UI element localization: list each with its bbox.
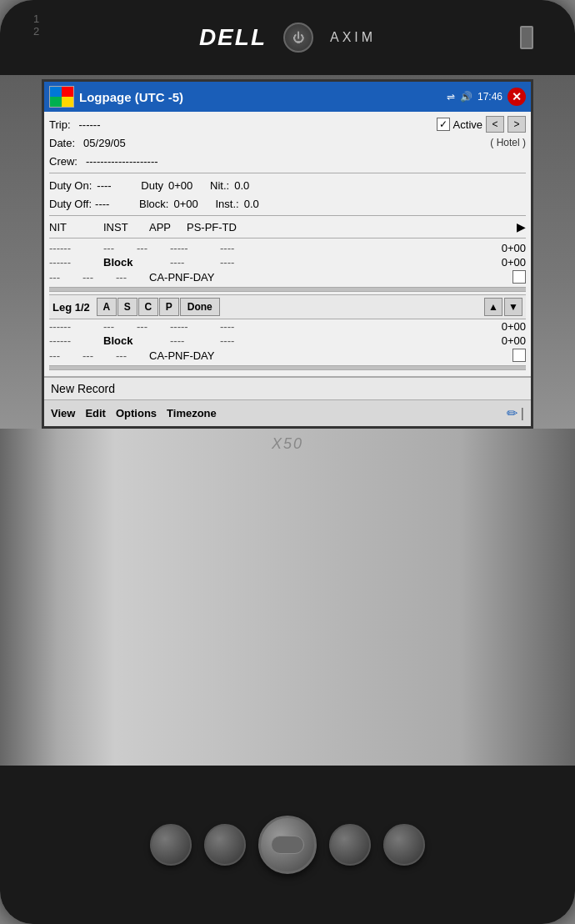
pencil-icon[interactable]: ✏: [507, 405, 518, 421]
hw-center-btn[interactable]: [258, 816, 317, 874]
s2-r2-total: 0+00: [502, 334, 526, 347]
hw-btn-2[interactable]: [204, 824, 246, 866]
center-btn-inner: [271, 836, 304, 854]
s1-r3-checkbox[interactable]: [512, 270, 526, 284]
leg-nav-arrows: ▲ ▼: [484, 298, 522, 316]
crew-row: Crew: --------------------: [49, 152, 526, 170]
s1-r2-c4: ----: [170, 256, 220, 269]
screen: Logpage (UTC -5) ⇌ 🔊 17:46 ✕ Trip: -----…: [42, 79, 533, 429]
s2-r1-c2: ---: [103, 320, 137, 333]
duty-on-label: Duty On:: [49, 179, 92, 192]
block-label: Block:: [139, 198, 168, 210]
column-headers: NIT INST APP PS-PF-TD ▶: [49, 218, 526, 235]
leg-buttons: A S C P Done: [97, 298, 220, 316]
s2-r3-checkbox[interactable]: [512, 349, 526, 362]
col-app-header: APP: [149, 221, 187, 234]
menu-options[interactable]: Options: [116, 407, 157, 419]
block-value: 0+00: [173, 198, 215, 210]
expand-icon[interactable]: ▶: [517, 220, 526, 234]
s1-r2-c2: Block: [103, 256, 170, 269]
date-value: 05/29/05: [83, 137, 126, 149]
titlebar-icons: ⇌ 🔊 17:46 ✕: [447, 88, 526, 106]
active-checkbox[interactable]: ✓: [437, 118, 450, 131]
new-record-button[interactable]: New Record: [44, 376, 531, 399]
s2-r2-c1: ------: [49, 334, 103, 347]
s1-row2: ------ Block ---- ---- 0+00: [49, 255, 526, 269]
s1-r2-c1: ------: [49, 256, 103, 269]
s2-r3-c2: ---: [82, 349, 116, 362]
active-controls: ✓ Active < >: [437, 116, 526, 133]
s1-r3-c4: CA-PNF-DAY: [149, 271, 512, 284]
model-label: AXIM: [330, 30, 376, 45]
leg-s-button[interactable]: S: [118, 298, 138, 316]
s2-r2-c2: Block: [103, 334, 170, 347]
volume-icon: 🔊: [460, 91, 472, 103]
prev-button[interactable]: <: [486, 116, 504, 133]
done-button[interactable]: Done: [180, 298, 220, 316]
s1-r1-total: 0+00: [502, 242, 526, 254]
hw-btn-1[interactable]: [150, 824, 192, 866]
active-label: Active: [453, 118, 482, 131]
battery-indicator: [520, 26, 533, 49]
section-divider-1: [49, 287, 526, 292]
scroll-up-icon[interactable]: |: [521, 406, 524, 421]
brand-logo: DELL: [199, 24, 267, 51]
s1-r3-c1: ---: [49, 271, 82, 284]
s1-r1-c4: -----: [170, 242, 220, 254]
duty-value: 0+00: [168, 179, 210, 192]
s1-r1-c2: ---: [103, 242, 137, 254]
menu-timezone[interactable]: Timezone: [167, 407, 217, 419]
date-label: Date:: [49, 137, 75, 149]
device: 12 DELL ⏻ AXIM Logpage (UTC -5) ⇌ 🔊 17:4…: [0, 0, 575, 924]
s2-r1-c4: -----: [170, 320, 220, 333]
col-pspftd-header: PS-PF-TD: [187, 221, 517, 234]
hw-btn-3[interactable]: [329, 824, 371, 866]
power-button[interactable]: ⏻: [283, 23, 313, 53]
menu-icons: ✏ |: [507, 405, 524, 421]
s1-row1: ------ --- --- ----- ---- 0+00: [49, 241, 526, 255]
s2-r2-c4: ----: [170, 334, 220, 347]
new-record-label: New Record: [51, 382, 115, 395]
leg-label: Leg 1/2: [52, 301, 90, 314]
leg-p-button[interactable]: P: [159, 298, 179, 316]
divider-1: [49, 173, 526, 173]
nit-label: Nit.:: [210, 179, 229, 192]
nit-value: 0.0: [234, 179, 249, 192]
s1-r3-c3: ---: [116, 271, 149, 284]
hw-btn-4[interactable]: [383, 824, 425, 866]
menu-bar: View Edit Options Timezone ✏ |: [44, 399, 531, 426]
s2-r3-c1: ---: [49, 349, 82, 362]
windows-flag-icon: [49, 86, 74, 108]
s1-r1-c1: ------: [49, 242, 103, 254]
app-title: Logpage (UTC -5): [74, 90, 447, 104]
leg-a-button[interactable]: A: [97, 298, 117, 316]
crew-value: --------------------: [86, 155, 158, 168]
crew-label: Crew:: [49, 155, 78, 168]
duty-off-value: ----: [95, 198, 132, 210]
leg-c-button[interactable]: C: [138, 298, 158, 316]
leg-bar: Leg 1/2 A S C P Done ▲ ▼: [49, 294, 526, 319]
device-top: 12 DELL ⏻ AXIM: [0, 0, 575, 75]
next-button[interactable]: >: [508, 116, 526, 133]
s2-r1-c5: ----: [220, 320, 262, 333]
s1-r2-c5: ----: [220, 256, 262, 269]
s2-r3-c3: ---: [116, 349, 149, 362]
col-inst-header: INST: [103, 221, 149, 234]
col-nit-header: NIT: [49, 221, 103, 234]
s2-r1-total: 0+00: [502, 320, 526, 333]
s2-row2: ------ Block ---- ---- 0+00: [49, 334, 526, 348]
s1-r3-c2: ---: [82, 271, 116, 284]
close-button[interactable]: ✕: [508, 88, 526, 106]
menu-view[interactable]: View: [51, 407, 75, 419]
s1-r2-total: 0+00: [502, 256, 526, 269]
trip-value: ------: [79, 118, 101, 131]
menu-edit[interactable]: Edit: [85, 407, 106, 419]
leg-up-button[interactable]: ▲: [484, 298, 502, 316]
leg-down-button[interactable]: ▼: [504, 298, 522, 316]
trip-row: Trip: ------ ✓ Active < >: [49, 115, 526, 133]
duty-on-value: ----: [97, 179, 134, 192]
s2-row3: --- --- --- CA-PNF-DAY: [49, 348, 526, 363]
duty-off-row: Duty Off: ---- Block: 0+00 Inst.: 0.0: [49, 194, 526, 213]
s1-r1-c5: ----: [220, 242, 262, 254]
titlebar: Logpage (UTC -5) ⇌ 🔊 17:46 ✕: [44, 82, 531, 112]
